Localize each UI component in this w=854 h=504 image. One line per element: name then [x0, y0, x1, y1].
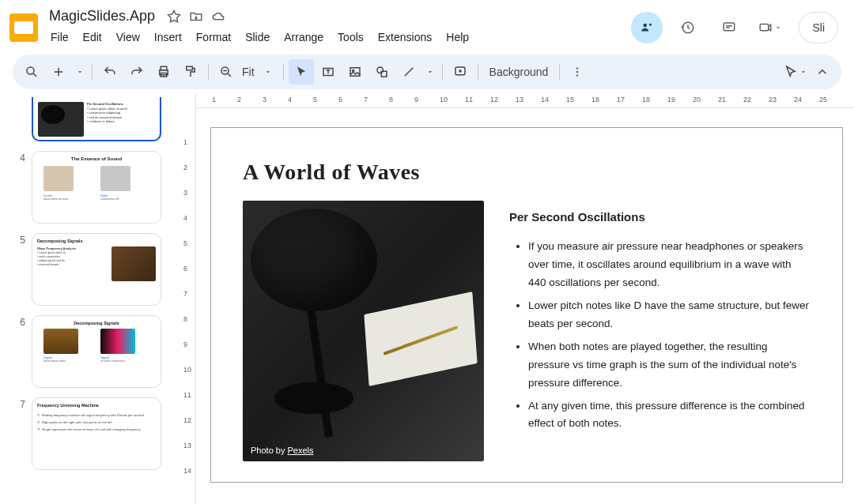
separator — [283, 64, 284, 80]
thumb-number: 4 — [16, 151, 25, 224]
thumb-row: 4 The Essence of Sound Loremipsum dolor … — [16, 151, 166, 224]
menu-edit[interactable]: Edit — [77, 28, 108, 47]
meet-icon[interactable] — [631, 12, 663, 43]
svg-rect-2 — [761, 24, 769, 30]
mic-base-shape — [274, 382, 353, 414]
comments-icon[interactable] — [713, 12, 745, 43]
separator — [92, 64, 93, 80]
undo-icon[interactable] — [97, 59, 123, 85]
svg-point-16 — [576, 71, 578, 73]
menu-file[interactable]: File — [44, 28, 75, 47]
slide-text-block[interactable]: Per Second Oscillations If you measure a… — [509, 201, 811, 461]
titlebar: MagicSlides.App File Edit View Insert Fo… — [0, 0, 854, 48]
thumb-number — [16, 97, 25, 141]
bullet-item: When both notes are played together, the… — [528, 338, 811, 393]
history-icon[interactable] — [672, 12, 704, 43]
doc-title[interactable]: MagicSlides.App — [44, 6, 160, 26]
thumb-title: The Essence of Sound — [37, 156, 156, 161]
paint-format-icon[interactable] — [178, 59, 203, 85]
slide-thumbnail[interactable]: The Essence of Sound Loremipsum dolor si… — [32, 151, 161, 224]
new-slide-dropdown-icon[interactable] — [73, 59, 87, 85]
present-icon[interactable] — [754, 12, 786, 43]
thumb-title: Decomposing Signals — [37, 239, 156, 243]
menubar: File Edit View Insert Format Slide Arran… — [44, 26, 625, 48]
search-menus-icon[interactable] — [19, 59, 44, 85]
menu-tools[interactable]: Tools — [331, 28, 370, 47]
comment-add-icon[interactable] — [448, 59, 473, 85]
slide-title[interactable]: A World of Waves — [211, 128, 842, 194]
cloud-status-icon[interactable] — [210, 9, 226, 24]
ruler-horizontal: 1234567891011121314151617181920212223242… — [196, 94, 854, 108]
caption-link[interactable]: Pexels — [287, 446, 313, 455]
image-icon[interactable] — [342, 59, 368, 85]
canvas-area[interactable]: 1234567891011121314 12345678910111213141… — [172, 94, 854, 504]
slide-image[interactable]: Photo by Pexels — [243, 201, 484, 461]
menu-extensions[interactable]: Extensions — [372, 28, 438, 47]
thumb-title: Frequency Unmixing Machine — [37, 403, 156, 408]
menu-arrange[interactable]: Arrange — [278, 28, 330, 47]
slide-thumbnail[interactable]: Per Second Oscillations• Lorem ipsum dol… — [32, 97, 161, 141]
print-icon[interactable] — [151, 59, 176, 85]
menu-insert[interactable]: Insert — [148, 28, 188, 47]
star-icon[interactable] — [166, 9, 182, 24]
line-icon[interactable] — [396, 59, 421, 85]
new-slide-icon[interactable] — [46, 59, 71, 85]
thumb-row: 5 Decomposing Signals Wave Frequency Ana… — [16, 233, 166, 306]
slide-thumbnail[interactable]: Decomposing Signals Wave Frequency Analy… — [32, 233, 161, 306]
ruler-vertical: 1234567891011121314 — [182, 94, 196, 504]
thumb-number: 7 — [16, 397, 25, 470]
workspace: Per Second Oscillations• Lorem ipsum dol… — [0, 94, 854, 504]
menu-format[interactable]: Format — [190, 28, 237, 47]
shape-icon[interactable] — [369, 59, 395, 85]
svg-point-0 — [644, 23, 648, 27]
bullet-item: Lower pitch notes like D have the same s… — [528, 297, 811, 333]
redo-icon[interactable] — [124, 59, 149, 85]
slide-canvas[interactable]: A World of Waves Photo by Pexels Per Sec… — [210, 127, 843, 483]
zoom-icon[interactable] — [214, 59, 239, 85]
bullet-list: If you measure air pressure near headpho… — [509, 238, 811, 433]
thumb-number: 5 — [16, 233, 25, 306]
svg-rect-5 — [161, 66, 167, 70]
thumbnail-panel[interactable]: Per Second Oscillations• Lorem ipsum dol… — [0, 94, 172, 504]
mode-pointer-icon[interactable] — [783, 59, 808, 85]
menu-slide[interactable]: Slide — [239, 28, 276, 47]
textbox-icon[interactable] — [316, 59, 341, 85]
select-tool-icon[interactable] — [289, 59, 314, 85]
toolbar: Fit Background — [13, 55, 841, 89]
thumb-row: 6 Decomposing Signals Signallorem ipsum … — [16, 315, 166, 388]
bullet-item: If you measure air pressure near headpho… — [528, 238, 811, 292]
slides-logo[interactable] — [9, 13, 38, 42]
title-column: MagicSlides.App File Edit View Insert Fo… — [44, 6, 625, 48]
more-tools-icon[interactable] — [565, 59, 590, 85]
svg-rect-1 — [724, 23, 735, 31]
separator — [478, 64, 478, 80]
svg-point-12 — [377, 67, 384, 73]
separator — [559, 64, 560, 80]
hide-menus-icon[interactable] — [810, 59, 835, 85]
svg-rect-10 — [350, 68, 360, 77]
slide-body: Photo by Pexels Per Second Oscillations … — [211, 194, 842, 477]
move-to-folder-icon[interactable] — [188, 9, 204, 24]
slide-thumbnail[interactable]: Frequency Unmixing Machine ① Binding fre… — [32, 397, 161, 470]
svg-point-15 — [576, 67, 578, 69]
separator — [442, 64, 443, 80]
zoom-select[interactable]: Fit — [240, 66, 278, 78]
background-button[interactable]: Background — [483, 59, 555, 85]
right-actions: Sli — [631, 12, 845, 43]
thumb-number: 6 — [16, 315, 25, 388]
bullet-item: At any given time, this pressure differe… — [528, 397, 811, 434]
svg-point-3 — [27, 67, 34, 74]
slide-thumbnail[interactable]: Decomposing Signals Signallorem ipsum do… — [32, 315, 161, 388]
share-button[interactable]: Sli — [799, 12, 838, 43]
menu-help[interactable]: Help — [440, 28, 475, 47]
app-root: MagicSlides.App File Edit View Insert Fo… — [0, 0, 854, 504]
menu-view[interactable]: View — [110, 28, 146, 47]
svg-rect-7 — [187, 66, 193, 70]
line-dropdown-icon[interactable] — [423, 59, 437, 85]
share-label: Sli — [812, 21, 825, 34]
thumb-row: Per Second Oscillations• Lorem ipsum dol… — [16, 97, 166, 141]
doc-title-row: MagicSlides.App — [44, 6, 625, 26]
separator — [208, 64, 209, 80]
thumb-title: Decomposing Signals — [37, 321, 156, 325]
image-caption: Photo by Pexels — [251, 446, 314, 455]
